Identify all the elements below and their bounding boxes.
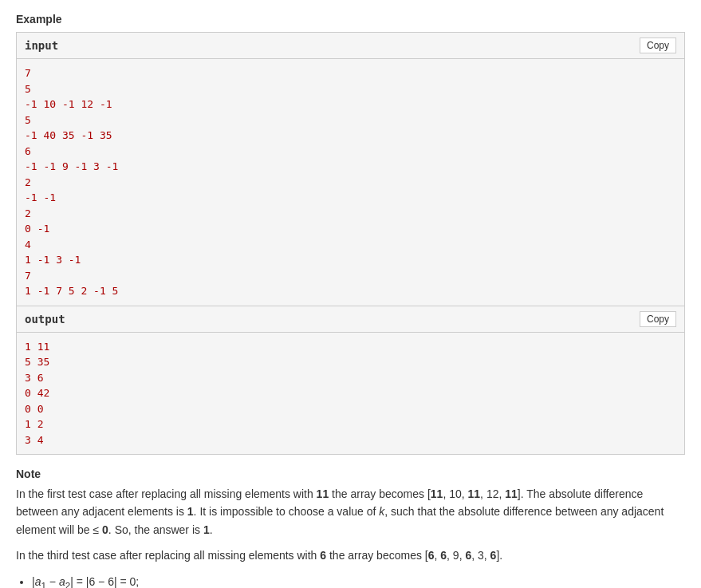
note-paragraph-1: In the first test case after replacing a… bbox=[16, 485, 685, 539]
output-header: output Copy bbox=[17, 306, 684, 333]
input-block: input Copy 7 5 -1 10 -1 12 -1 5 -1 40 35… bbox=[16, 32, 685, 306]
note-paragraph-2: In the third test case after replacing a… bbox=[16, 547, 685, 564]
note-title: Note bbox=[16, 468, 685, 480]
output-copy-button[interactable]: Copy bbox=[640, 311, 676, 327]
output-label: output bbox=[25, 313, 65, 326]
example-title: Example bbox=[16, 13, 685, 26]
output-content: 1 11 5 35 3 6 0 42 0 0 1 2 3 4 bbox=[17, 333, 684, 455]
note-section: Note In the first test case after replac… bbox=[16, 468, 685, 588]
input-header: input Copy bbox=[17, 33, 684, 59]
output-block: output Copy 1 11 5 35 3 6 0 42 0 0 1 2 3… bbox=[16, 306, 685, 456]
input-label: input bbox=[25, 39, 58, 52]
bullet-item-1: |a1 − a2| = |6 − 6| = 0; bbox=[32, 573, 685, 588]
example-section: Example input Copy 7 5 -1 10 -1 12 -1 5 … bbox=[16, 13, 685, 455]
bullet-list: |a1 − a2| = |6 − 6| = 0; |a2 − a3| = |6 … bbox=[32, 573, 685, 588]
input-copy-button[interactable]: Copy bbox=[640, 37, 676, 53]
input-content: 7 5 -1 10 -1 12 -1 5 -1 40 35 -1 35 6 -1… bbox=[17, 59, 684, 306]
